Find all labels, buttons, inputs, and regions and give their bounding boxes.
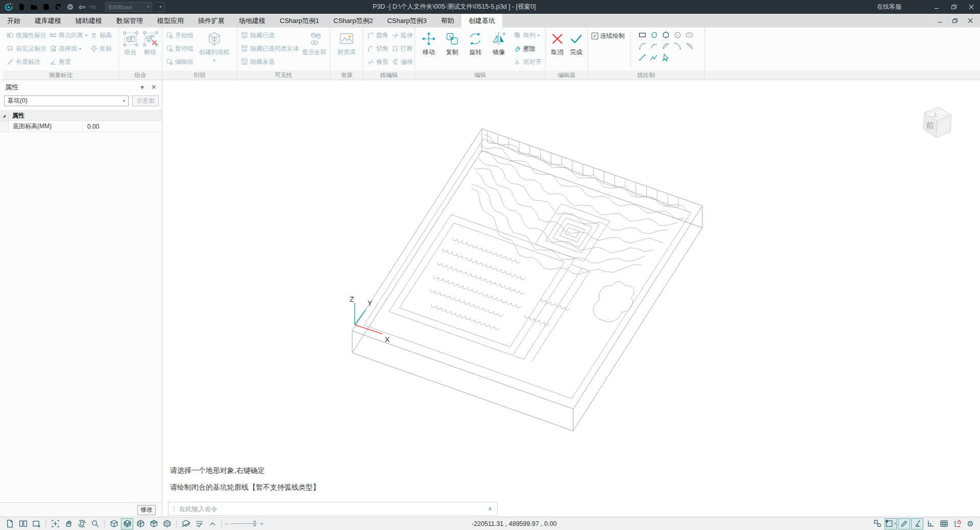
btn-create-section-box[interactable]: 创建剖面框▾: [195, 29, 234, 70]
btn-offset[interactable]: 偏移: [390, 55, 414, 68]
doc-restore-button[interactable]: [947, 14, 963, 28]
command-bar-collapse-icon[interactable]: ∧: [483, 505, 497, 512]
btn-ungroup[interactable]: 解组: [141, 29, 160, 70]
btn-draw-ellipse[interactable]: [685, 31, 694, 39]
collapse-toolbar-button[interactable]: [206, 518, 218, 529]
property-group-row[interactable]: 属性: [0, 110, 162, 121]
orbit-button[interactable]: [76, 518, 88, 529]
checkbox-icon[interactable]: ✓: [592, 33, 598, 39]
btn-mirror[interactable]: 镜像: [487, 29, 510, 70]
command-input[interactable]: [179, 505, 483, 513]
btn-pause-group[interactable]: 暂停组: [164, 42, 195, 55]
new-window-button[interactable]: [30, 518, 42, 529]
btn-material-library[interactable]: 材质库: [333, 29, 360, 70]
display-shaded-button[interactable]: [161, 518, 173, 529]
btn-hide-unselected[interactable]: 隐藏未选: [239, 55, 301, 68]
checkbox-continuous-draw[interactable]: ✓ 连续绘制: [590, 31, 626, 41]
tab-model-application[interactable]: 模型应用: [150, 14, 191, 28]
btn-cancel[interactable]: 取消: [548, 29, 567, 70]
grid-toggle-button[interactable]: [938, 518, 950, 529]
btn-draw-arc-tangent[interactable]: [673, 42, 682, 51]
tab-plugin-extension[interactable]: 插件扩展: [191, 14, 232, 28]
btn-custom-annotation[interactable]: 自定义标注: [5, 42, 48, 55]
btn-draw-arc-continue[interactable]: [685, 42, 694, 51]
object-snap-toggle-button[interactable]: ˄: [885, 518, 897, 529]
btn-draw-arc-center[interactable]: [650, 42, 658, 51]
btn-draw-arc-3pt[interactable]: [662, 42, 670, 51]
btn-finish[interactable]: 完成: [567, 29, 585, 70]
minimize-button[interactable]: [928, 0, 945, 14]
btn-draw-line[interactable]: [638, 53, 647, 62]
btn-erase[interactable]: 擦除: [512, 42, 543, 55]
tab-csharp-sample-1[interactable]: CSharp范例1: [273, 14, 326, 28]
close-button[interactable]: [963, 0, 980, 14]
tile-windows-button[interactable]: [17, 518, 29, 529]
btn-draw-circle[interactable]: [673, 31, 682, 39]
command-bar[interactable]: ⋮ ∧: [168, 502, 498, 516]
btn-combine[interactable]: 组合: [121, 29, 140, 70]
angle-snap-toggle-button[interactable]: [911, 518, 923, 529]
btn-draw-hexagon[interactable]: [662, 31, 670, 39]
btn-fillet[interactable]: 圆角: [365, 29, 390, 42]
tab-start[interactable]: 开始: [0, 14, 28, 28]
new-view-button[interactable]: [4, 518, 16, 529]
view-cube[interactable]: 上 前: [923, 107, 951, 138]
btn-draw-polygon[interactable]: [650, 31, 658, 39]
section-display-button[interactable]: [180, 518, 192, 529]
btn-chamfer[interactable]: 切角: [365, 42, 390, 55]
tab-site-modeling[interactable]: 场地建模: [232, 14, 273, 28]
btn-copy[interactable]: 复制: [440, 29, 464, 70]
btn-edit-group[interactable]: 编辑组: [164, 55, 195, 68]
btn-extend[interactable]: 延伸: [390, 29, 414, 42]
sketch-button[interactable]: 示意图: [132, 95, 159, 106]
restore-button[interactable]: [945, 0, 963, 14]
btn-angle[interactable]: 角度: [48, 55, 89, 68]
btn-break[interactable]: 打断: [390, 42, 414, 55]
display-shaded-edges-button[interactable]: [148, 518, 160, 529]
doc-close-button[interactable]: [963, 14, 978, 28]
btn-hide-selected[interactable]: 隐藏已选: [239, 29, 301, 42]
btn-select-face[interactable]: 选择面▾: [48, 42, 89, 55]
doc-minimize-button[interactable]: [932, 14, 947, 28]
btn-length-annotation[interactable]: 长度标注: [5, 55, 48, 68]
property-row[interactable]: 底面标高(MM) 0.00: [0, 121, 162, 132]
btn-show-all[interactable]: 显示全部: [301, 29, 328, 70]
btn-trim[interactable]: 修剪: [365, 55, 390, 68]
snap-toggle-button[interactable]: [871, 518, 884, 529]
btn-draw-polyline[interactable]: [650, 53, 658, 62]
modify-button[interactable]: 修改: [137, 505, 156, 515]
display-wireframe-button[interactable]: [108, 518, 120, 529]
zoom-slider-handle[interactable]: [254, 521, 256, 526]
tab-csharp-sample-3[interactable]: CSharp范例3: [380, 14, 434, 28]
btn-face-align[interactable]: 面对齐: [512, 55, 543, 68]
ortho-toggle-button[interactable]: [924, 518, 937, 529]
command-bar-handle-icon[interactable]: ⋮: [168, 505, 179, 512]
panel-close-icon[interactable]: ✕: [151, 83, 157, 91]
display-wireframe-edges-button[interactable]: [121, 518, 133, 529]
zoom-out-icon[interactable]: −: [225, 520, 228, 527]
property-value[interactable]: 0.00: [83, 123, 99, 130]
btn-draw-arc-start-end[interactable]: [638, 42, 647, 51]
btn-array[interactable]: 阵列▾: [512, 29, 543, 42]
tab-data-management[interactable]: 数据管理: [109, 14, 150, 28]
btn-elevation[interactable]: 标高: [89, 29, 113, 42]
zoom-extents-button[interactable]: [49, 518, 61, 529]
render-settings-button[interactable]: [193, 518, 205, 529]
btn-hide-selected-same-type[interactable]: 隐藏已选同类实体: [239, 42, 301, 55]
zoom-in-icon[interactable]: +: [260, 520, 263, 527]
btn-annotate-by-property[interactable]: 按属性标注: [5, 29, 48, 42]
polar-tracking-toggle-button[interactable]: [898, 518, 910, 529]
zoom-button[interactable]: [89, 518, 101, 529]
axis-lock-button[interactable]: [951, 518, 963, 529]
tab-library-modeling[interactable]: 建库建模: [28, 14, 68, 28]
tab-create-foundation-pit[interactable]: 创建基坑: [461, 14, 502, 28]
object-selector-combo[interactable]: 基坑(0)▾: [4, 95, 129, 106]
zoom-slider[interactable]: − +: [225, 520, 263, 527]
tab-aux-modeling[interactable]: 辅助建模: [68, 14, 109, 28]
viewport[interactable]: Z Y X 上 前 请选择一个地形对象,右键确定 请绘制闭合的基坑轮廓线【暂不支…: [163, 80, 980, 517]
tab-help[interactable]: 帮助: [434, 14, 461, 28]
settings-gear-icon[interactable]: ⚙: [964, 518, 976, 529]
btn-move[interactable]: 移动: [417, 29, 440, 70]
btn-two-point-distance[interactable]: 两点距离▾: [48, 29, 89, 42]
online-support-link[interactable]: 在线客服: [877, 3, 901, 11]
